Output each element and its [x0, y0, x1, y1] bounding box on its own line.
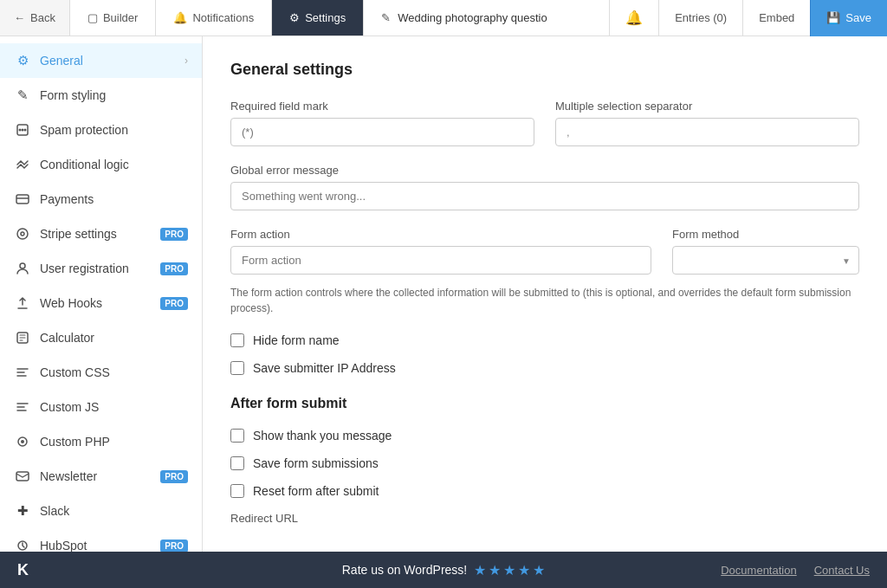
checkbox-save-submissions[interactable]: Save form submissions — [230, 456, 859, 470]
form-title-area: ✎ Wedding photography questio — [364, 11, 609, 24]
sidebar-item-custom-php[interactable]: Custom PHP — [0, 424, 202, 459]
save-ip-label: Save submitter IP Address — [253, 361, 396, 375]
hide-form-name-checkbox[interactable] — [230, 333, 244, 347]
sidebar-label-user-registration: User registration — [40, 262, 152, 275]
sidebar-label-calculator: Calculator — [40, 331, 188, 345]
svg-point-2 — [22, 129, 24, 132]
required-mark-label: Required field mark — [230, 100, 534, 113]
sidebar-label-custom-js: Custom JS — [40, 400, 188, 414]
sidebar-item-payments[interactable]: Payments — [0, 182, 202, 216]
sidebar-item-conditional-logic[interactable]: Conditional logic — [0, 147, 202, 182]
show-thank-you-label: Show thank you message — [253, 429, 392, 443]
form-row-field-mark: Required field mark Multiple selection s… — [230, 100, 859, 146]
checkbox-show-thank-you[interactable]: Show thank you message — [230, 429, 859, 443]
sidebar-item-general[interactable]: ⚙ General › — [0, 43, 202, 78]
sidebar-item-spam-protection[interactable]: Spam protection — [0, 113, 202, 147]
svg-point-5 — [17, 229, 28, 239]
stripe-settings-icon — [14, 225, 31, 242]
form-row-error-message: Global error message — [230, 164, 859, 210]
calculator-icon — [14, 329, 31, 346]
tab-builder[interactable]: ▢ Builder — [70, 0, 156, 36]
conditional-logic-icon — [14, 156, 31, 173]
sidebar-item-slack[interactable]: ✚ Slack — [0, 494, 202, 528]
chevron-right-icon: › — [185, 55, 188, 67]
save-submissions-checkbox[interactable] — [230, 456, 244, 470]
star-3: ★ — [503, 562, 515, 578]
reset-form-label: Reset form after submit — [253, 484, 379, 498]
edit-icon: ✎ — [381, 11, 391, 24]
top-navigation: ← Back ▢ Builder 🔔 Notifications ⚙ Setti… — [0, 0, 887, 36]
sidebar-item-hubspot[interactable]: HubSpot PRO — [0, 528, 202, 552]
sidebar-item-user-registration[interactable]: User registration PRO — [0, 251, 202, 286]
sidebar-item-web-hooks[interactable]: Web Hooks PRO — [0, 286, 202, 320]
spam-protection-icon — [14, 121, 31, 139]
footer: K Rate us on WordPress! ★ ★ ★ ★ ★ Docume… — [0, 552, 887, 588]
checkbox-reset-form[interactable]: Reset form after submit — [230, 484, 859, 498]
form-action-label: Form action — [230, 228, 651, 241]
sidebar-item-calculator[interactable]: Calculator — [0, 320, 202, 355]
form-row-redirect: Redirect URL — [230, 512, 859, 525]
form-row-action-hint: The form action controls where the colle… — [230, 281, 859, 316]
sidebar-label-web-hooks: Web Hooks — [40, 296, 152, 310]
sidebar-label-custom-php: Custom PHP — [40, 435, 188, 449]
separator-input[interactable] — [555, 118, 859, 146]
star-rating: ★ ★ ★ ★ ★ — [474, 562, 545, 578]
settings-label: Settings — [305, 11, 346, 24]
sidebar-label-stripe-settings: Stripe settings — [40, 227, 152, 241]
star-5: ★ — [533, 562, 545, 578]
rate-text: Rate us on WordPress! — [342, 563, 467, 577]
save-button[interactable]: 💾 Save — [810, 0, 887, 36]
back-arrow-icon: ← — [14, 11, 25, 24]
form-group-separator: Multiple selection separator — [555, 100, 859, 146]
sidebar-label-slack: Slack — [40, 504, 188, 518]
newsletter-icon — [14, 468, 31, 485]
error-message-input[interactable] — [230, 182, 859, 210]
custom-js-icon — [14, 398, 31, 416]
contact-us-link[interactable]: Contact Us — [814, 564, 870, 577]
form-method-select[interactable]: GET POST — [672, 246, 859, 275]
page-title: General settings — [230, 61, 859, 79]
checkbox-save-ip[interactable]: Save submitter IP Address — [230, 361, 859, 375]
nav-action-area: 🔔 Entries (0) Embed 💾 Save — [609, 0, 887, 36]
sidebar-item-form-styling[interactable]: ✎ Form styling — [0, 78, 202, 113]
sidebar: ⚙ General › ✎ Form styling Spam protecti… — [0, 36, 203, 552]
reset-form-checkbox[interactable] — [230, 484, 244, 498]
checkbox-hide-form-name[interactable]: Hide form name — [230, 333, 859, 347]
embed-button[interactable]: Embed — [742, 0, 810, 36]
general-icon: ⚙ — [14, 52, 31, 69]
embed-label: Embed — [759, 11, 794, 24]
sidebar-item-custom-js[interactable]: Custom JS — [0, 390, 202, 424]
sidebar-label-general: General — [40, 54, 176, 68]
sidebar-item-custom-css[interactable]: Custom CSS — [0, 355, 202, 390]
form-action-input[interactable] — [230, 246, 651, 275]
entries-label: Entries (0) — [675, 11, 727, 24]
redirect-url-label: Redirect URL — [230, 512, 859, 525]
documentation-link[interactable]: Documentation — [721, 564, 796, 577]
show-thank-you-checkbox[interactable] — [230, 429, 244, 443]
entries-button[interactable]: Entries (0) — [658, 0, 742, 36]
settings-gear-icon: ⚙ — [289, 11, 300, 24]
star-1: ★ — [474, 562, 486, 578]
back-button[interactable]: ← Back — [0, 0, 70, 36]
svg-rect-11 — [16, 472, 29, 481]
hubspot-icon — [14, 537, 31, 552]
custom-php-icon — [14, 433, 31, 450]
sidebar-label-form-styling: Form styling — [40, 88, 188, 102]
star-4: ★ — [518, 562, 530, 578]
save-ip-checkbox[interactable] — [230, 361, 244, 375]
form-styling-icon: ✎ — [14, 87, 31, 104]
form-method-label: Form method — [672, 228, 859, 241]
sidebar-item-newsletter[interactable]: Newsletter PRO — [0, 459, 202, 494]
tab-settings[interactable]: ⚙ Settings — [272, 0, 364, 36]
bell-icon: 🔔 — [625, 10, 643, 26]
svg-point-10 — [21, 440, 24, 443]
sidebar-label-hubspot: HubSpot — [40, 539, 152, 552]
tab-notifications[interactable]: 🔔 Notifications — [156, 0, 272, 36]
sidebar-item-stripe-settings[interactable]: Stripe settings PRO — [0, 216, 202, 251]
sidebar-label-conditional-logic: Conditional logic — [40, 158, 188, 171]
required-mark-input[interactable] — [230, 118, 534, 146]
svg-point-3 — [24, 129, 27, 132]
bell-button[interactable]: 🔔 — [609, 0, 658, 36]
sidebar-label-newsletter: Newsletter — [40, 469, 152, 483]
svg-rect-4 — [16, 195, 29, 204]
